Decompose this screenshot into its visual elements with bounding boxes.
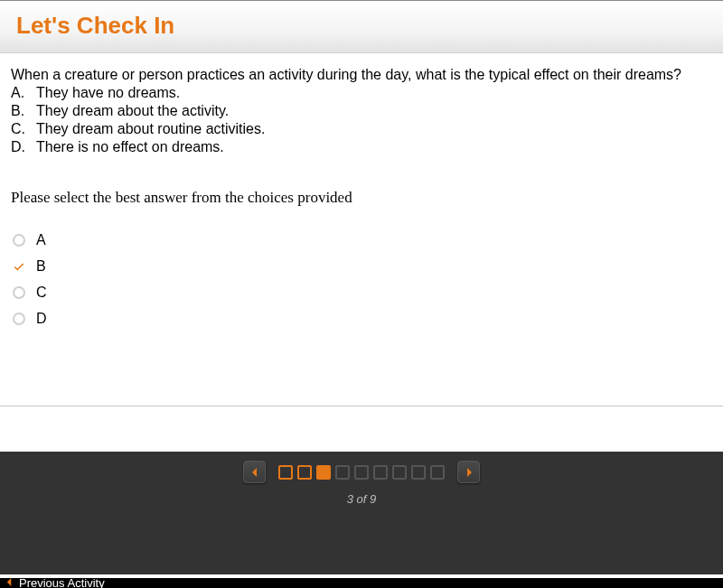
- radio-unchecked-icon: [13, 234, 25, 247]
- question-option: C.They dream about routine activities.: [11, 120, 712, 138]
- footer-bar: Previous Activity: [0, 578, 723, 588]
- page-box-5[interactable]: [354, 465, 369, 480]
- answer-label: D: [36, 311, 47, 327]
- nav-row: [236, 461, 487, 483]
- arrow-right-icon: [465, 467, 474, 478]
- answer-label: C: [36, 285, 47, 301]
- arrow-left-icon: [250, 467, 259, 478]
- answer-list: A B C D: [13, 232, 712, 327]
- answer-choice-d[interactable]: D: [13, 311, 712, 327]
- answer-choice-a[interactable]: A: [13, 232, 712, 248]
- option-letter: A.: [11, 84, 36, 102]
- instruction-text: Please select the best answer from the c…: [11, 189, 712, 207]
- page-box-3[interactable]: [316, 465, 331, 480]
- option-text: They have no dreams.: [36, 85, 180, 100]
- question-option: D.There is no effect on dreams.: [11, 138, 712, 156]
- page-box-1[interactable]: [278, 465, 293, 480]
- option-letter: C.: [11, 120, 36, 138]
- question-block: When a creature or person practices an a…: [11, 66, 712, 156]
- page-box-9[interactable]: [430, 465, 445, 480]
- page-indicator-text: 3 of 9: [347, 492, 377, 506]
- page-box-6[interactable]: [373, 465, 388, 480]
- page-title: Let's Check In: [16, 12, 707, 40]
- answer-label: A: [36, 232, 46, 248]
- page-box-8[interactable]: [411, 465, 426, 480]
- answer-choice-c[interactable]: C: [13, 285, 712, 301]
- question-option: A.They have no dreams.: [11, 84, 712, 102]
- content-area: When a creature or person practices an a…: [0, 53, 723, 406]
- radio-unchecked-icon: [13, 313, 25, 325]
- option-letter: B.: [11, 102, 36, 120]
- previous-activity-label: Previous Activity: [19, 578, 105, 588]
- header: Let's Check In: [0, 1, 723, 53]
- option-text: They dream about the activity.: [36, 103, 229, 118]
- option-text: There is no effect on dreams.: [36, 139, 224, 154]
- option-text: They dream about routine activities.: [36, 121, 265, 136]
- option-letter: D.: [11, 138, 36, 156]
- page-indicator-boxes: [278, 465, 445, 480]
- question-prompt: When a creature or person practices an a…: [11, 66, 712, 84]
- answer-label: B: [36, 258, 46, 275]
- page-box-2[interactable]: [297, 465, 312, 480]
- radio-unchecked-icon: [13, 286, 25, 299]
- check-icon: [13, 260, 25, 273]
- navigation-bar: 3 of 9: [0, 452, 723, 574]
- page-box-7[interactable]: [392, 465, 407, 480]
- prev-page-button[interactable]: [243, 461, 266, 483]
- page-box-4[interactable]: [335, 465, 350, 480]
- previous-activity-button[interactable]: Previous Activity: [5, 578, 105, 588]
- arrow-left-icon: [5, 578, 14, 588]
- spacer: [0, 406, 723, 452]
- answer-choice-b[interactable]: B: [13, 258, 712, 275]
- question-option: B.They dream about the activity.: [11, 102, 712, 120]
- next-page-button[interactable]: [457, 461, 480, 483]
